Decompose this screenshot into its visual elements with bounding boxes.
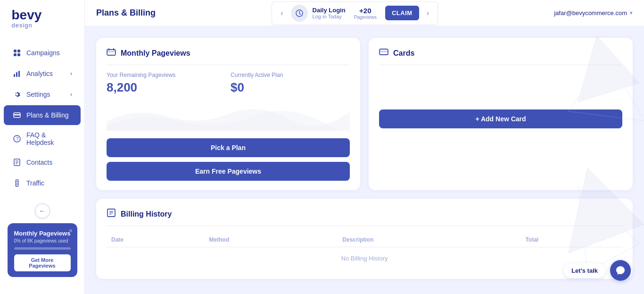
earn-free-pageviews-button[interactable]: Earn Free Pageviews <box>107 162 350 181</box>
sidebar-collapse-button[interactable]: ← <box>35 203 50 218</box>
active-plan-stat: Currently Active Plan $0 <box>231 72 350 95</box>
billing-table-head: Date Method Description Total <box>107 233 622 247</box>
daily-login-text: Daily Login Log in Today <box>313 7 346 19</box>
sidebar-item-faq-label: FAQ & Helpdesk <box>26 131 72 146</box>
popup-subtitle: 0% of 8K pageviews used <box>14 238 71 244</box>
remaining-label: Your Remaining Pageviews <box>107 72 226 78</box>
billing-table-body: No Billing History <box>107 247 622 270</box>
grid-icon <box>12 48 22 58</box>
sidebar-item-analytics-label: Analytics <box>26 70 53 77</box>
chat-button[interactable] <box>610 260 631 281</box>
cards-card-title: Cards <box>393 49 414 58</box>
no-history-message: No Billing History <box>107 247 622 270</box>
sidebar-item-settings-label: Settings <box>26 91 50 98</box>
billing-history-title: Billing History <box>121 210 172 218</box>
sidebar-item-contacts[interactable]: Contacts <box>4 152 81 172</box>
sidebar-item-faq[interactable]: ? FAQ & Helpdesk <box>4 126 81 151</box>
pick-plan-button[interactable]: Pick a Plan <box>107 138 350 157</box>
svg-point-18 <box>17 184 17 185</box>
traffic-icon <box>12 178 22 188</box>
sidebar-item-contacts-label: Contacts <box>26 159 52 166</box>
monthly-pageviews-card-title: Monthly Pageviews <box>121 49 190 58</box>
billing-icon <box>12 110 22 120</box>
page-title: Plans & Billing <box>96 8 156 18</box>
content-area: Monthly Pageviews Your Remaining Pagevie… <box>85 26 644 294</box>
popup-progress-bar <box>14 247 71 250</box>
svg-rect-25 <box>107 51 116 52</box>
svg-rect-2 <box>14 53 17 56</box>
pageviews-popup: × Monthly Pageviews 0% of 8K pageviews u… <box>8 223 77 277</box>
svg-point-16 <box>17 181 17 182</box>
svg-rect-27 <box>113 48 114 50</box>
svg-rect-0 <box>14 50 17 52</box>
chevron-right-icon2: › <box>70 91 72 98</box>
no-history-row: No Billing History <box>107 247 622 270</box>
main-content: Plans & Billing ‹ Daily Login Log in Tod… <box>85 0 644 294</box>
svg-rect-5 <box>16 72 17 77</box>
billing-history-card-header: Billing History <box>107 208 622 226</box>
sidebar-item-traffic-label: Traffic <box>26 179 44 187</box>
svg-rect-4 <box>14 74 15 77</box>
sidebar-item-plans-billing[interactable]: Plans & Billing <box>4 105 81 125</box>
monthly-pageviews-card-header: Monthly Pageviews <box>107 47 350 65</box>
sidebar-item-campaigns[interactable]: Campaigns <box>4 43 81 63</box>
daily-login-section: Daily Login Log in Today +20 Pageviews C… <box>286 5 424 22</box>
chat-widget: Let's talk <box>564 260 631 281</box>
sidebar-item-settings[interactable]: Settings › <box>4 84 81 104</box>
chevron-right-icon: › <box>70 70 72 77</box>
popup-title: Monthly Pageviews <box>14 230 71 237</box>
sidebar: bevy design Campaigns Analytics › <box>0 0 85 294</box>
remaining-value: 8,200 <box>107 80 226 95</box>
billing-history-icon <box>107 208 116 220</box>
chart-icon <box>12 69 22 78</box>
chat-label: Let's talk <box>564 263 605 278</box>
sidebar-item-analytics[interactable]: Analytics › <box>4 64 81 84</box>
svg-rect-29 <box>380 51 388 52</box>
reward-label: Pageviews <box>354 15 377 20</box>
monthly-pageviews-card: Monthly Pageviews Your Remaining Pagevie… <box>96 38 360 190</box>
active-plan-label: Currently Active Plan <box>231 72 350 78</box>
sidebar-item-plans-billing-label: Plans & Billing <box>26 111 69 119</box>
chevron-down-icon: ▾ <box>630 10 633 16</box>
sidebar-item-campaigns-label: Campaigns <box>26 49 60 57</box>
next-arrow-button[interactable]: › <box>424 9 432 17</box>
gear-icon <box>12 90 22 99</box>
contacts-icon <box>12 158 22 167</box>
popup-close-button[interactable]: × <box>69 227 73 234</box>
daily-login-reward: +20 Pageviews <box>354 7 377 20</box>
user-email: jafar@bevycommerce.com <box>554 9 627 17</box>
daily-login-title: Daily Login <box>313 7 346 14</box>
svg-rect-8 <box>14 114 20 116</box>
prev-arrow-button[interactable]: ‹ <box>278 9 286 17</box>
add-new-card-button[interactable]: + Add New Card <box>379 109 622 128</box>
nav-items: Campaigns Analytics › Settings › <box>0 42 84 194</box>
svg-text:?: ? <box>16 136 19 142</box>
col-method: Method <box>205 233 338 247</box>
billing-history-card: Billing History Date Method Description … <box>96 199 633 279</box>
pageviews-stats: Your Remaining Pageviews 8,200 Currently… <box>107 72 350 95</box>
svg-rect-3 <box>17 53 20 56</box>
sidebar-item-traffic[interactable]: Traffic <box>4 173 81 193</box>
col-date: Date <box>107 233 205 247</box>
cards-card-header: Cards <box>379 47 622 65</box>
reward-amount: +20 <box>359 7 371 15</box>
col-description: Description <box>338 233 520 247</box>
claim-button[interactable]: CLAIM <box>385 6 419 20</box>
header: Plans & Billing ‹ Daily Login Log in Tod… <box>85 0 644 26</box>
cards-grid: Monthly Pageviews Your Remaining Pagevie… <box>96 38 633 190</box>
logo: bevy design <box>12 8 73 29</box>
svg-rect-6 <box>18 71 20 77</box>
svg-rect-1 <box>17 50 20 52</box>
pageviews-card-icon <box>107 47 116 59</box>
svg-point-17 <box>17 183 17 184</box>
billing-table: Date Method Description Total No Billing… <box>107 233 622 269</box>
get-more-pageviews-button[interactable]: Get More Pageviews <box>14 254 71 271</box>
logo-bevy: bevy <box>12 8 42 22</box>
daily-login-subtitle: Log in Today <box>313 14 346 19</box>
cards-card: Cards + Add New Card <box>369 38 633 190</box>
daily-login-widget: ‹ Daily Login Log in Today +20 Pageviews… <box>272 1 438 25</box>
svg-rect-26 <box>108 48 109 50</box>
logo-design: design <box>12 22 33 29</box>
user-menu[interactable]: jafar@bevycommerce.com ▾ <box>554 9 633 17</box>
active-plan-value: $0 <box>231 80 350 95</box>
